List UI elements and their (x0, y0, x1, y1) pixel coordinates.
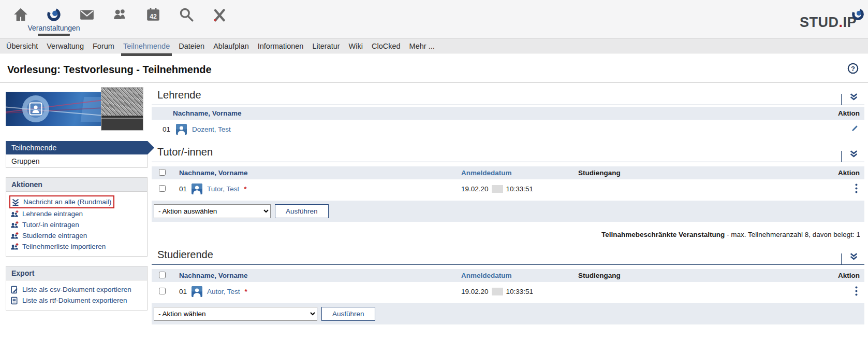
section-divider-tick (841, 94, 842, 105)
tab-uebersicht[interactable]: Übersicht (6, 42, 38, 50)
column-anmeldedatum[interactable]: Anmeldedatum (461, 272, 578, 279)
restriction-note-bold: Teilnahmebeschränkte Veranstaltung (601, 231, 725, 238)
asterisk-flag: * (245, 288, 247, 295)
ausfuehren-button[interactable]: Ausführen (275, 204, 329, 218)
registration-date: 19.02.20 (461, 185, 489, 193)
select-all-checkbox[interactable] (159, 272, 166, 278)
add-person-icon (10, 221, 19, 229)
search-nav-item[interactable] (170, 0, 203, 36)
tab-dateien[interactable]: Dateien (179, 42, 204, 50)
masked-value (492, 185, 503, 193)
avatar[interactable] (176, 124, 187, 135)
tab-teilnehmende-label: Teilnehmende (123, 42, 170, 50)
tools-icon (212, 7, 227, 22)
action-item-rundmail[interactable]: Nachricht an alle (Rundmail) (10, 195, 143, 208)
export-item-csv[interactable]: Liste als csv-Dokument exportieren (10, 284, 143, 295)
export-item-label[interactable]: Liste als csv-Dokument exportieren (22, 284, 131, 295)
section-header: Studierende (152, 247, 864, 265)
row-checkbox[interactable] (159, 288, 166, 294)
sidebar-item-label: Gruppen (11, 157, 39, 165)
export-widget: Export Liste als csv-Dokument exportiere… (6, 266, 148, 310)
widget-title: Export (6, 266, 147, 280)
row-number: 01 (179, 288, 187, 295)
column-nachname-vorname[interactable]: Nachname, Vorname (179, 169, 461, 177)
participant-link[interactable]: Autor, Test (207, 288, 240, 295)
action-item-lehrende-eintragen[interactable]: Lehrende eintragen (10, 208, 143, 219)
edit-icon[interactable] (850, 125, 864, 134)
column-aktion: Aktion (727, 169, 864, 177)
aktionen-widget: Aktionen Nachricht an alle (Rundmail) (6, 177, 148, 257)
collapse-section-icon[interactable] (849, 149, 858, 160)
section-title: Lehrende (157, 89, 201, 101)
document-export-icon (10, 286, 19, 294)
tab-verwaltung[interactable]: Verwaltung (47, 42, 84, 50)
sidebar-item-gruppen[interactable]: Gruppen (6, 154, 147, 167)
row-actions-menu-icon[interactable] (855, 183, 858, 193)
row-checkbox[interactable] (159, 185, 166, 192)
action-item-label[interactable]: Tutor/-in eintragen (22, 219, 79, 230)
participant-link[interactable]: Dozent, Test (192, 125, 231, 133)
tab-teilnehmende[interactable]: Teilnehmende (123, 42, 170, 50)
row-number: 01 (152, 125, 170, 133)
section-tutoren: Tutor/-innen Nachname, Vorname Anmeldeda… (152, 144, 864, 222)
column-anmeldedatum[interactable]: Anmeldedatum (461, 169, 578, 177)
course-banner (6, 87, 148, 135)
action-item-label[interactable]: Teilnehmerliste importieren (22, 241, 106, 252)
tab-informationen[interactable]: Informationen (258, 42, 304, 50)
action-item-label[interactable]: Studiernde eintragen (22, 230, 87, 241)
collapse-section-icon[interactable] (849, 92, 858, 103)
avatar[interactable] (192, 183, 202, 194)
collapse-section-icon[interactable] (849, 252, 858, 263)
studip-logo[interactable]: STUD.IP (800, 15, 857, 31)
main-content: Lehrende Nachname, Vorname Aktion 01 Doz… (150, 87, 864, 324)
active-nav-underline (38, 34, 70, 36)
column-nachname-vorname[interactable]: Nachname, Vorname (152, 109, 242, 117)
action-item-studierende-eintragen[interactable]: Studiernde eintragen (10, 230, 143, 241)
help-icon[interactable]: ? (847, 63, 859, 76)
tab-mehr[interactable]: Mehr ... (409, 42, 435, 50)
community-icon (112, 7, 128, 22)
rundmail-icon (11, 198, 20, 206)
sidebar-item-teilnehmende[interactable]: Teilnehmende (6, 141, 148, 154)
main-icon-nav: Veranstaltungen 42 (0, 0, 236, 36)
calendar-icon: 42 (145, 7, 161, 22)
import-persons-icon (10, 243, 19, 251)
sidebar: Teilnehmende Gruppen Aktionen Nachricht … (6, 87, 148, 320)
sidebar-nav-widget: Teilnehmende Gruppen (6, 141, 148, 168)
row-actions-menu-icon[interactable] (855, 286, 858, 296)
action-item-tutor-eintragen[interactable]: Tutor/-in eintragen (10, 219, 143, 230)
top-header-bar: Veranstaltungen 42 (0, 0, 868, 38)
ausfuehren-button[interactable]: Ausführen (321, 307, 375, 321)
section-lehrende: Lehrende Nachname, Vorname Aktion 01 Doz… (152, 87, 864, 139)
bulk-action-select[interactable]: - Aktion wählen (154, 307, 317, 321)
action-item-teilnehmerliste-importieren[interactable]: Teilnehmerliste importieren (10, 241, 143, 252)
tab-clocked[interactable]: CloCked (372, 42, 401, 50)
table-footer: - Aktion auswählen Ausführen (152, 201, 864, 222)
tab-ablaufplan[interactable]: Ablaufplan (213, 42, 249, 50)
export-item-rtf[interactable]: Liste als rtf-Dokument exportieren (10, 295, 143, 306)
schedule-nav-item[interactable]: 42 (137, 0, 170, 36)
tab-forum[interactable]: Forum (93, 42, 114, 50)
section-header: Tutor/-innen (152, 144, 864, 162)
action-item-label[interactable]: Nachricht an alle (Rundmail) (23, 196, 111, 207)
avatar[interactable] (192, 286, 202, 297)
tab-literatur[interactable]: Literatur (312, 42, 340, 50)
section-title: Studierende (157, 249, 213, 260)
page-title-bar: Vorlesung: Testvorlesung - Teilnehmende … (0, 53, 868, 83)
participant-link[interactable]: Tutor, Test (207, 185, 239, 193)
table-header: Nachname, Vorname Anmeldedatum Studienga… (152, 166, 864, 179)
column-nachname-vorname[interactable]: Nachname, Vorname (179, 272, 461, 279)
tab-wiki[interactable]: Wiki (349, 42, 363, 50)
community-nav-item[interactable] (104, 0, 137, 36)
red-annotation-box: Nachricht an alle (Rundmail) (9, 195, 114, 208)
export-item-label[interactable]: Liste als rtf-Dokument exportieren (22, 295, 127, 306)
page-title: Vorlesung: Testvorlesung - Teilnehmende (7, 64, 212, 76)
section-divider-tick (841, 253, 842, 264)
action-item-label[interactable]: Lehrende eintragen (22, 208, 83, 219)
select-all-checkbox[interactable] (159, 169, 166, 176)
tools-nav-item[interactable] (203, 0, 236, 36)
messages-nav-item[interactable] (70, 0, 104, 36)
veranstaltungen-nav-item[interactable]: Veranstaltungen (37, 0, 70, 36)
add-person-icon (10, 232, 19, 240)
bulk-action-select[interactable]: - Aktion auswählen (154, 204, 271, 218)
